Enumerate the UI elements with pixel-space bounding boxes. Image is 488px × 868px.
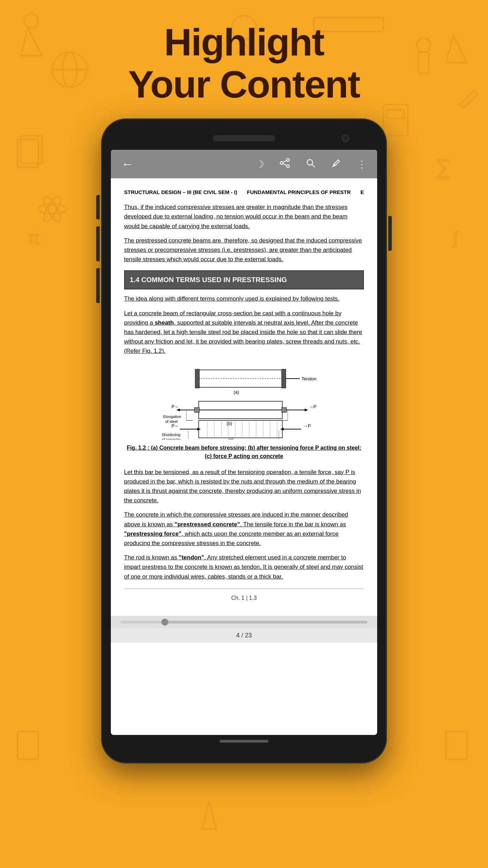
- svg-point-27: [307, 160, 313, 165]
- phone-body: ← ☽: [101, 118, 387, 764]
- share-icon[interactable]: [280, 158, 290, 171]
- svg-text:Shortening: Shortening: [162, 433, 180, 437]
- volume-up-button: [96, 226, 100, 261]
- svg-point-23: [280, 162, 283, 164]
- svg-text:→P: →P: [309, 404, 317, 409]
- phone-screen: ← ☽: [111, 150, 377, 735]
- svg-rect-6: [17, 139, 38, 167]
- progress-fill: [121, 621, 165, 623]
- svg-rect-11: [387, 110, 404, 118]
- more-options-icon[interactable]: ⋮: [357, 158, 367, 170]
- paragraph-tendon: The rod is known as "tendon". Any stretc…: [124, 553, 364, 581]
- svg-point-14: [41, 194, 64, 224]
- svg-rect-32: [195, 369, 199, 388]
- svg-rect-54: [199, 420, 282, 438]
- svg-text:P←: P←: [171, 404, 179, 409]
- svg-text:of concrete: of concrete: [162, 437, 181, 440]
- phone-mockup: ← ☽: [101, 118, 387, 764]
- svg-rect-10: [383, 104, 408, 136]
- diagram-caption: Fig. 1.2 : (a) Concrete beam before stre…: [124, 444, 364, 460]
- svg-text:P←: P←: [171, 423, 179, 428]
- svg-marker-70: [280, 428, 284, 431]
- document-footer: Ch. 1 | 1.3: [124, 588, 364, 603]
- svg-rect-20: [17, 731, 38, 759]
- search-icon[interactable]: [305, 158, 316, 171]
- paragraph-prestressed-concrete: The concrete in which the compressive st…: [124, 510, 364, 548]
- night-mode-icon[interactable]: ☽: [256, 158, 264, 170]
- hero-title-line1: Highlight: [0, 21, 488, 63]
- document-content: STRUCTURAL DESIGN – III (BE CIVIL SEM - …: [111, 178, 377, 616]
- mute-button: [96, 195, 100, 219]
- svg-line-28: [312, 164, 315, 167]
- phone-camera: [342, 134, 349, 142]
- chapter-reference: Ch. 1 | 1.3: [124, 594, 364, 603]
- svg-text:π: π: [28, 228, 40, 248]
- intro-line: The idea along with different terms comm…: [124, 294, 364, 303]
- svg-marker-67: [197, 428, 201, 431]
- svg-text:∫: ∫: [452, 228, 459, 248]
- svg-point-22: [287, 158, 289, 161]
- svg-text:(a): (a): [234, 389, 239, 395]
- section-1-4-heading: 1.4 COMMON TERMS USED IN PRESTRESSING: [124, 270, 364, 289]
- hero-title-line2: Your Content: [0, 63, 488, 105]
- svg-point-24: [287, 165, 289, 168]
- svg-text:∑: ∑: [436, 155, 451, 179]
- svg-rect-40: [282, 408, 287, 412]
- svg-point-12: [48, 205, 56, 213]
- progress-bar-section: [111, 616, 377, 628]
- svg-rect-39: [195, 408, 199, 412]
- doc-header-left: STRUCTURAL DESIGN – III (BE CIVIL SEM - …: [124, 188, 237, 196]
- home-bar[interactable]: [220, 740, 268, 743]
- phone-notch: [111, 130, 377, 147]
- highlight-pen-icon[interactable]: [331, 158, 342, 171]
- page-indicator: 4 / 23: [111, 628, 377, 643]
- svg-rect-33: [282, 369, 286, 388]
- paragraph-tensioning: Let this bar be tensioned, as a result o…: [124, 467, 364, 505]
- svg-line-29: [334, 164, 335, 165]
- svg-text:(c): (c): [228, 437, 234, 440]
- svg-rect-21: [446, 731, 467, 759]
- svg-text:→P: →P: [303, 423, 311, 428]
- reading-progress-track[interactable]: [121, 621, 367, 623]
- app-toolbar: ← ☽: [111, 150, 377, 178]
- back-button[interactable]: ←: [121, 157, 134, 171]
- svg-text:Elongation: Elongation: [163, 414, 181, 419]
- svg-text:Tendon: Tendon: [302, 376, 317, 381]
- doc-header-page: E: [360, 188, 364, 196]
- hero-title-section: Highlight Your Content: [0, 21, 488, 105]
- progress-thumb[interactable]: [161, 619, 168, 626]
- toolbar-icons: ☽: [256, 158, 367, 171]
- svg-point-13: [38, 204, 66, 214]
- phone-speaker: [213, 135, 275, 141]
- diagram-fig-1-2: Tendon (a) P←: [124, 363, 364, 460]
- document-header: STRUCTURAL DESIGN – III (BE CIVIL SEM - …: [124, 188, 364, 196]
- svg-marker-45: [305, 409, 308, 411]
- diagram-svg: Tendon (a) P←: [153, 363, 335, 440]
- paragraph-prestressed-beams: The prestressed concrete beams are, ther…: [124, 236, 364, 264]
- volume-down-button: [96, 268, 100, 303]
- svg-rect-7: [21, 136, 42, 164]
- svg-line-26: [283, 164, 287, 165]
- doc-header-right: FUNDAMENTAL PRINCIPLES OF PRESTR: [247, 188, 351, 196]
- svg-text:(b): (b): [227, 421, 232, 426]
- svg-point-15: [41, 194, 64, 224]
- paragraph-compressive-stresses: Thus, if the induced compressive stresse…: [124, 202, 364, 231]
- body-paragraph-sheath: Let a concrete beam of rectangular cross…: [124, 309, 364, 356]
- svg-line-25: [283, 161, 287, 162]
- power-button: [388, 216, 392, 251]
